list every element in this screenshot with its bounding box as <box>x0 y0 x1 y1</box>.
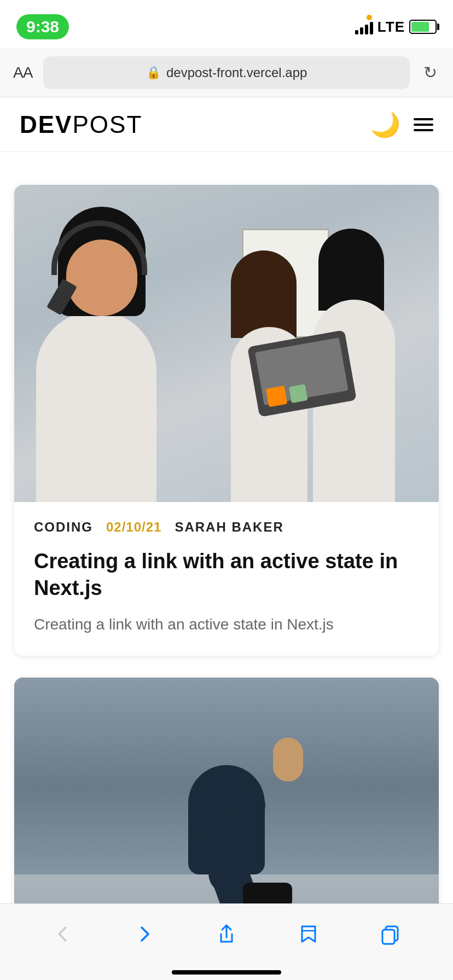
battery-fill <box>411 22 429 32</box>
lock-icon: 🔒 <box>146 66 161 80</box>
article-meta-1: CODING 02/10/21 SARAH BAKER <box>14 502 439 544</box>
sticker-orange <box>266 386 287 407</box>
logo-dev: DEV <box>20 111 72 138</box>
site-logo[interactable]: DEVPOST <box>20 111 142 138</box>
article-category-1: CODING <box>34 520 93 535</box>
nav-icons: 🌙 <box>370 110 433 139</box>
skater-hand <box>273 738 303 781</box>
aa-text[interactable]: AA <box>13 64 32 81</box>
article-excerpt-1: Creating a link with an active state in … <box>14 613 439 656</box>
article-card-1[interactable]: CODING 02/10/21 SARAH BAKER Creating a l… <box>14 185 439 656</box>
share-button[interactable] <box>209 917 244 952</box>
hamburger-menu-button[interactable] <box>414 118 433 131</box>
back-button[interactable] <box>45 917 80 952</box>
bg-person3-hair <box>318 229 384 311</box>
menu-line-2 <box>414 124 433 126</box>
tabs-button[interactable] <box>373 917 408 952</box>
article-author-1: SARAH BAKER <box>175 520 283 535</box>
url-bar[interactable]: 🔒 devpost-front.vercel.app <box>43 56 410 89</box>
status-time: 9:38 <box>16 14 69 39</box>
article-image-1 <box>14 185 439 502</box>
battery-icon <box>409 20 437 34</box>
bg-person2-hair <box>231 250 297 338</box>
svg-rect-1 <box>382 930 394 944</box>
person1-body <box>36 311 156 502</box>
article-photo-bg-1 <box>14 185 439 502</box>
url-text: devpost-front.vercel.app <box>166 65 307 80</box>
hero-spacer <box>0 152 453 185</box>
menu-line-3 <box>414 129 433 131</box>
forward-button[interactable] <box>127 917 162 952</box>
lte-label: LTE <box>378 19 405 36</box>
article-title-1[interactable]: Creating a link with an active state in … <box>14 544 439 613</box>
status-right: LTE <box>355 19 437 36</box>
menu-line-1 <box>414 118 433 120</box>
bookmarks-button[interactable] <box>291 917 326 952</box>
signal-bars <box>355 19 373 34</box>
nav-header: DEVPOST 🌙 <box>0 97 453 152</box>
refresh-button[interactable]: ↻ <box>421 60 440 85</box>
home-indicator <box>172 970 281 975</box>
moon-icon[interactable]: 🌙 <box>370 110 400 139</box>
status-bar: 9:38 LTE <box>0 0 453 48</box>
logo-post: POST <box>72 111 142 138</box>
sticker-green <box>289 384 308 403</box>
article-date-1: 02/10/21 <box>106 520 161 535</box>
browser-bar: AA 🔒 devpost-front.vercel.app ↻ <box>0 48 453 97</box>
bottom-browser-bar <box>0 903 453 980</box>
